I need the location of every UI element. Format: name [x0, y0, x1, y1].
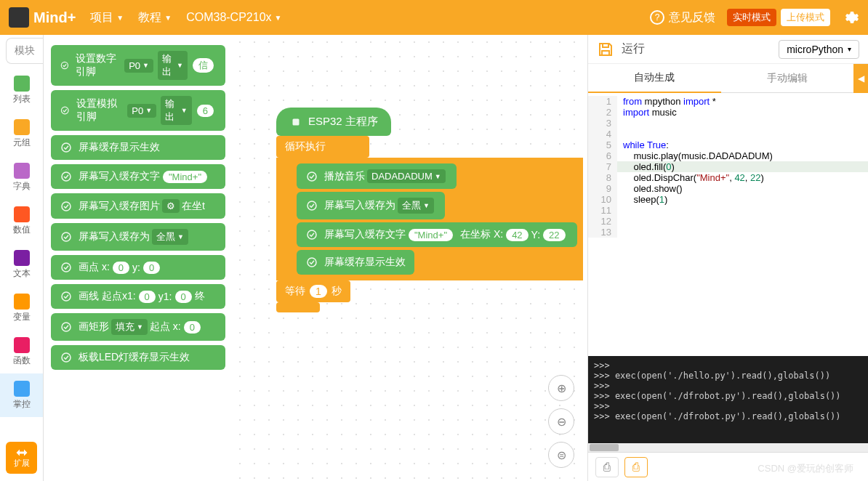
com-port-selector[interactable]: COM38-CP210x▼: [186, 11, 281, 24]
upload-mode-button[interactable]: 上传模式: [781, 9, 830, 26]
wait-block[interactable]: 等待 1 秒: [276, 280, 350, 302]
svg-point-13: [308, 230, 316, 239]
script-block[interactable]: 屏幕写入缓存文字"Mind+"在坐标 X:42Y:22: [297, 222, 577, 247]
block-icon: [60, 261, 73, 274]
code-line: 10 sleep(1): [588, 194, 868, 205]
block-icon: [60, 320, 73, 334]
svg-rect-10: [293, 118, 300, 125]
svg-point-6: [62, 263, 71, 272]
svg-point-9: [62, 353, 71, 362]
palette-block[interactable]: 画矩形填充▼起点 x:0: [51, 313, 225, 341]
palette-block[interactable]: 设置模拟引脚P0▼输出▼6: [51, 90, 225, 131]
svg-point-11: [308, 172, 316, 181]
block-icon: [60, 230, 73, 243]
svg-point-12: [308, 201, 316, 210]
palette-block[interactable]: 屏幕缓存显示生效: [51, 135, 225, 160]
menu-tutorial[interactable]: 教程▼: [138, 10, 172, 25]
code-line: 8 oled.DispChar("Mind+", 42, 22): [588, 172, 868, 183]
category-文本[interactable]: 文本: [0, 243, 43, 286]
category-掌控[interactable]: 掌控: [0, 373, 43, 417]
palette-block[interactable]: 板载LED灯缓存显示生效: [51, 345, 225, 370]
feedback-button[interactable]: ? 意见反馈: [650, 10, 715, 25]
svg-point-2: [62, 143, 71, 152]
svg-point-14: [308, 258, 316, 267]
svg-point-1: [61, 107, 68, 114]
loop-block-top[interactable]: 循环执行: [276, 136, 369, 158]
settings-icon[interactable]: [842, 9, 859, 26]
question-icon: ?: [650, 10, 664, 25]
extend-button[interactable]: 扩展: [6, 442, 37, 474]
code-line: 7 oled.fill(0): [588, 161, 868, 172]
tab-manual-edit[interactable]: 手动编辑: [721, 64, 854, 93]
svg-point-8: [62, 323, 71, 331]
palette-block[interactable]: 屏幕写入缓存文字"Mind+": [51, 164, 225, 189]
svg-point-0: [61, 62, 68, 68]
svg-rect-16: [603, 44, 608, 47]
script-block[interactable]: 屏幕缓存显示生效: [297, 250, 414, 275]
block-icon: [60, 170, 73, 183]
category-变量[interactable]: 变量: [0, 286, 43, 330]
category-函数[interactable]: 函数: [0, 330, 43, 373]
code-panel: 运行 microPython▾ 自动生成 手动编辑 ◀ 1from mpytho…: [587, 35, 868, 481]
svg-point-3: [62, 172, 71, 181]
zoom-out-button[interactable]: ⊖: [548, 408, 574, 434]
loop-body: 播放音乐DADADADUM▼屏幕写入缓存为全黑▼屏幕写入缓存文字"Mind+"在…: [276, 158, 583, 280]
block-icon: [305, 170, 318, 183]
extend-icon: [15, 448, 28, 458]
svg-rect-15: [602, 51, 609, 55]
chip-icon: [289, 116, 302, 129]
palette-block[interactable]: 画点 x:0y:0: [51, 255, 225, 280]
code-line: 3: [588, 118, 868, 129]
palette-block[interactable]: 屏幕写入缓存图片⚙在坐t: [51, 193, 225, 219]
block-icon: [60, 200, 73, 213]
category-元组[interactable]: 元组: [0, 112, 43, 155]
code-line: 13: [588, 227, 868, 238]
code-editor[interactable]: 1from mpython import *2import music345wh…: [588, 93, 868, 356]
block-icon: [60, 351, 73, 364]
category-列表[interactable]: 列表: [0, 68, 43, 112]
block-icon: [60, 141, 73, 154]
block-icon: [60, 104, 71, 117]
app-header: Mind+ 项目▼ 教程▼ COM38-CP210x▼ ? 意见反馈 实时模式 …: [0, 0, 868, 35]
terminal-scrollbar[interactable]: [588, 443, 868, 452]
category-数值[interactable]: 数值: [0, 199, 43, 243]
zoom-reset-button[interactable]: ⊜: [548, 442, 574, 468]
code-line: 2import music: [588, 107, 868, 118]
workspace-canvas[interactable]: ESP32 主程序 循环执行 播放音乐DADADADUM▼屏幕写入缓存为全黑▼屏…: [233, 35, 587, 481]
code-line: 1from mpython import *: [588, 96, 868, 107]
tab-auto-generate[interactable]: 自动生成: [588, 64, 721, 93]
robot-icon: [9, 7, 29, 28]
code-line: 6 music.play(music.DADADADUM): [588, 150, 868, 161]
usb-button-1[interactable]: ⎙: [595, 457, 619, 477]
palette-block[interactable]: 屏幕写入缓存为全黑▼: [51, 223, 225, 251]
block-icon: [305, 199, 318, 212]
block-icon: [60, 290, 73, 303]
code-line: 12: [588, 216, 868, 227]
terminal-output[interactable]: >>> >>> exec(open('./hello.py').read(),g…: [588, 356, 868, 443]
collapse-panel-button[interactable]: ◀: [853, 64, 868, 93]
script-block[interactable]: 播放音乐DADADADUM▼: [297, 163, 457, 189]
app-logo: Mind+: [9, 7, 76, 28]
tab-module[interactable]: 模块: [6, 38, 43, 64]
block-palette[interactable]: 设置数字引脚P0▼输出▼信设置模拟引脚P0▼输出▼6屏幕缓存显示生效屏幕写入缓存…: [44, 35, 233, 481]
watermark: CSDN @爱玩的创客师: [758, 462, 853, 475]
svg-point-7: [62, 292, 71, 301]
zoom-in-button[interactable]: ⊕: [548, 375, 574, 401]
script-block[interactable]: 屏幕写入缓存为全黑▼: [297, 192, 445, 219]
code-line: 11: [588, 205, 868, 216]
usb-button-2[interactable]: ⎙: [624, 457, 648, 477]
palette-block[interactable]: 设置数字引脚P0▼输出▼信: [51, 45, 225, 86]
save-icon[interactable]: [597, 41, 614, 58]
menu-project[interactable]: 项目▼: [90, 10, 124, 25]
palette-block[interactable]: 画线 起点x1:0y1:0终: [51, 284, 225, 309]
realtime-mode-button[interactable]: 实时模式: [727, 9, 776, 26]
loop-block-bottom: [276, 302, 320, 312]
code-line: 4: [588, 129, 868, 140]
language-selector[interactable]: microPython▾: [779, 40, 859, 59]
script-stack[interactable]: ESP32 主程序 循环执行 播放音乐DADADADUM▼屏幕写入缓存为全黑▼屏…: [276, 108, 583, 312]
code-line: 9 oled.show(): [588, 183, 868, 194]
block-icon: [305, 256, 318, 269]
code-line: 5while True:: [588, 140, 868, 150]
hat-block-esp32[interactable]: ESP32 主程序: [276, 108, 391, 136]
category-字典[interactable]: 字典: [0, 155, 43, 199]
